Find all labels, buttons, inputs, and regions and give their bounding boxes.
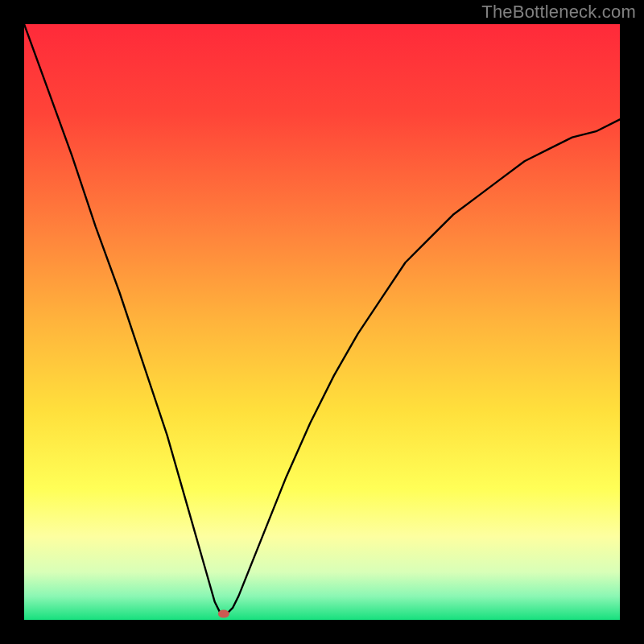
plot-area: [24, 24, 620, 620]
chart-svg: [24, 24, 620, 620]
watermark-text: TheBottleneck.com: [481, 2, 636, 23]
chart-container: TheBottleneck.com: [0, 0, 644, 644]
min-marker: [218, 610, 229, 618]
gradient-background: [24, 24, 620, 620]
